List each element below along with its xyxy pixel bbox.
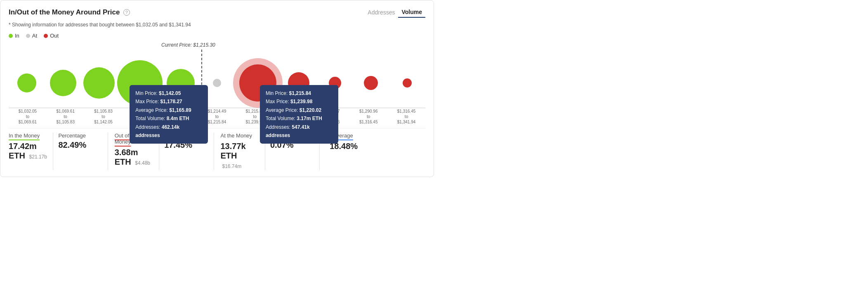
bubble-3 [83,67,115,99]
x-label-10: $1,290.96 to $1,316.45 [349,109,387,125]
legend-in-dot [9,34,13,38]
coverage-label: Coverage [330,132,422,140]
in-the-money-label: In the Money [9,132,48,140]
in-pct-label: Percentage [58,132,97,139]
bubble-col-10 [353,52,389,114]
stat-block-in-pct: Percentage 82.49% [55,132,101,170]
out-the-money-value: 3.68m ETH $4.48b [115,148,154,167]
bubble-col-2 [45,52,81,114]
chart-area: Current Price: $1,215.30 [9,42,425,125]
main-container: In/Out of the Money Around Price ? Addre… [0,0,434,177]
legend-in-label: In [15,33,19,39]
x-label-1: $1,032.05 to $1,069.61 [9,109,47,125]
current-price-label: Current Price: $1,215.30 [161,42,215,48]
bubble-col-1 [9,52,45,114]
legend-in: In [9,33,19,39]
stat-block-in: In the Money 17.42m ETH $21.17b [9,132,51,170]
legend-at: At [26,33,37,39]
tooltip-right-avg: Average Price: $1,220.02 [266,106,333,114]
legend-at-label: At [32,33,37,39]
axis-line [9,108,425,108]
legend-at-dot [26,34,30,38]
divider-2 [108,132,108,170]
legend-out-label: Out [50,33,59,39]
page-title: In/Out of the Money Around Price [9,8,120,17]
bubble-col-4: Min Price: $1,142.05 Max Price: $1,178.2… [117,52,163,114]
legend: In At Out [9,33,425,39]
legend-out: Out [44,33,59,39]
stats-area: In the Money 17.42m ETH $21.17b Percenta… [9,128,425,170]
tooltip-right: Min Price: $1,215.84 Max Price: $1,239.9… [260,85,338,144]
tooltip-right-max: Max Price: $1,239.98 [266,97,333,106]
x-label-11: $1,316.45 to $1,341.94 [387,109,425,125]
stat-group-in: In the Money 17.42m ETH $21.17b Percenta… [9,132,101,170]
title-area: In/Out of the Money Around Price ? [9,8,130,17]
tooltip-right-min: Min Price: $1,215.84 [266,89,333,97]
tooltip-right-vol: Total Volume: 3.17m ETH [266,114,333,123]
bubble-col-7: Min Price: $1,215.84 Max Price: $1,239.9… [235,52,281,114]
subtitle: * Showing information for addresses that… [9,22,425,28]
tooltip-right-addr: Addresses: 547.41k addresses [266,123,333,140]
at-the-money-label: At the Money [221,132,260,140]
divider-4 [214,132,214,170]
stat-block-coverage: Coverage 18.48% [326,132,425,170]
x-label-2: $1,069.61 to $1,105.83 [47,109,85,125]
bubbles-row: Min Price: $1,142.05 Max Price: $1,178.2… [9,52,425,114]
bubble-2 [50,70,76,96]
bubble-1 [17,73,36,92]
bubble-11 [403,78,412,88]
toggle-addresses-button[interactable]: Addresses [364,7,398,17]
bubble-col-3 [81,52,118,114]
at-the-money-value: 13.77k ETH $16.74m [221,142,260,170]
x-label-3: $1,105.83 to $1,142.05 [85,109,123,125]
tooltip-left-max: Max Price: $1,178.27 [135,97,202,106]
tooltip-left: Min Price: $1,142.05 Max Price: $1,178.2… [130,85,208,144]
legend-out-dot [44,34,48,38]
toggle-volume-button[interactable]: Volume [398,7,425,18]
divider-1 [53,132,53,170]
help-icon[interactable]: ? [123,9,130,16]
coverage-value: 18.48% [330,142,422,151]
in-the-money-value: 17.42m ETH $21.17b [9,142,48,161]
bubble-col-11 [389,52,425,114]
in-pct-value: 82.49% [58,140,97,150]
bubble-6 [213,79,221,87]
tooltip-left-addr: Addresses: 462.14k addresses [135,123,202,140]
bubble-10 [364,76,378,90]
tooltip-left-vol: Total Volume: 8.4m ETH [135,114,202,123]
toggle-buttons: Addresses Volume [364,7,425,18]
x-axis: $1,032.05 to $1,069.61 $1,069.61 to $1,1… [9,109,425,125]
stat-block-at: At the Money 13.77k ETH $16.74m [221,132,263,170]
tooltip-left-min: Min Price: $1,142.05 [135,89,202,97]
tooltip-left-avg: Average Price: $1,165.89 [135,106,202,114]
header: In/Out of the Money Around Price ? Addre… [9,7,425,18]
